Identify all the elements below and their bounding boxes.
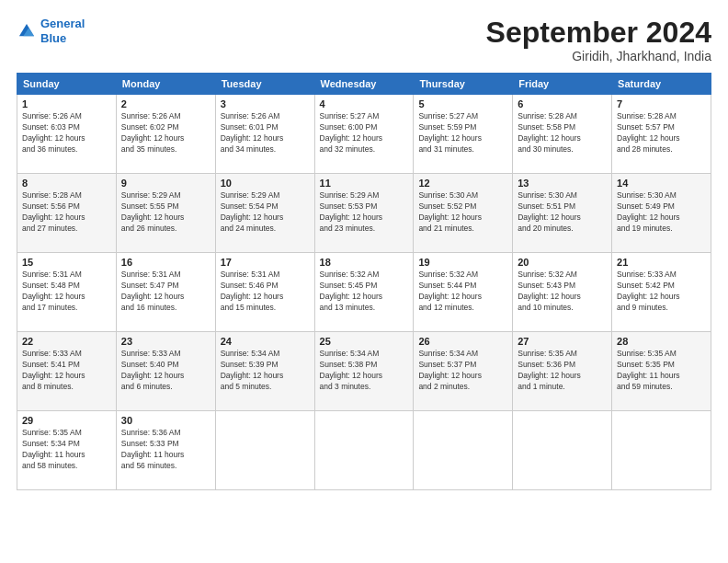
logo-line1: General [40,17,85,30]
calendar-cell: 13Sunrise: 5:30 AM Sunset: 5:51 PM Dayli… [513,174,612,253]
calendar-cell: 18Sunrise: 5:32 AM Sunset: 5:45 PM Dayli… [314,253,414,332]
calendar-cell: 20Sunrise: 5:32 AM Sunset: 5:43 PM Dayli… [513,253,612,332]
day-number: 6 [518,98,607,109]
header-monday: Monday [116,74,215,95]
calendar-cell: 17Sunrise: 5:31 AM Sunset: 5:46 PM Dayli… [215,253,314,332]
location: Giridih, Jharkhand, India [486,49,711,63]
day-number: 12 [418,178,507,189]
calendar-cell: 28Sunrise: 5:35 AM Sunset: 5:35 PM Dayli… [612,332,711,411]
day-number: 10 [221,178,310,189]
day-number: 18 [320,257,409,268]
calendar-cell: 23Sunrise: 5:33 AM Sunset: 5:40 PM Dayli… [116,332,215,411]
calendar-cell: 27Sunrise: 5:35 AM Sunset: 5:36 PM Dayli… [513,332,612,411]
day-number: 3 [221,98,310,109]
day-number: 28 [617,336,706,347]
calendar-cell: 16Sunrise: 5:31 AM Sunset: 5:47 PM Dayli… [116,253,215,332]
calendar-week-4: 22Sunrise: 5:33 AM Sunset: 5:41 PM Dayli… [17,332,711,411]
header-wednesday: Wednesday [314,74,414,95]
day-info: Sunrise: 5:33 AM Sunset: 5:42 PM Dayligh… [617,270,706,314]
day-number: 9 [121,178,210,189]
day-number: 15 [22,257,111,268]
header-sunday: Sunday [17,74,117,95]
day-number: 22 [22,336,111,347]
day-info: Sunrise: 5:27 AM Sunset: 6:00 PM Dayligh… [320,111,409,155]
calendar-cell [414,411,513,490]
calendar-cell: 3Sunrise: 5:26 AM Sunset: 6:01 PM Daylig… [215,95,314,174]
day-info: Sunrise: 5:29 AM Sunset: 5:55 PM Dayligh… [121,190,210,235]
day-number: 29 [22,415,111,426]
logo-text: General Blue [40,17,85,45]
header-thursday: Thursday [414,74,513,95]
calendar-week-1: 1Sunrise: 5:26 AM Sunset: 6:03 PM Daylig… [17,95,711,174]
day-info: Sunrise: 5:26 AM Sunset: 6:03 PM Dayligh… [22,111,111,155]
page: General Blue September 2024 Giridih, Jha… [0,0,728,563]
calendar-cell: 21Sunrise: 5:33 AM Sunset: 5:42 PM Dayli… [612,253,711,332]
logo-icon [17,21,37,41]
calendar-header-row: Sunday Monday Tuesday Wednesday Thursday… [17,74,711,95]
day-number: 26 [418,336,507,347]
day-info: Sunrise: 5:27 AM Sunset: 5:59 PM Dayligh… [418,111,507,155]
day-number: 17 [221,257,310,268]
calendar-cell: 12Sunrise: 5:30 AM Sunset: 5:52 PM Dayli… [414,174,513,253]
day-info: Sunrise: 5:26 AM Sunset: 6:02 PM Dayligh… [121,111,210,155]
day-number: 7 [617,98,706,109]
header-friday: Friday [513,74,612,95]
calendar-cell: 15Sunrise: 5:31 AM Sunset: 5:48 PM Dayli… [17,253,117,332]
day-number: 21 [617,257,706,268]
day-number: 23 [121,336,210,347]
calendar-cell: 30Sunrise: 5:36 AM Sunset: 5:33 PM Dayli… [116,411,215,490]
day-info: Sunrise: 5:31 AM Sunset: 5:47 PM Dayligh… [121,270,210,314]
day-info: Sunrise: 5:36 AM Sunset: 5:33 PM Dayligh… [121,428,210,472]
day-info: Sunrise: 5:28 AM Sunset: 5:56 PM Dayligh… [22,190,111,235]
month-title: September 2024 [486,17,711,49]
header: General Blue September 2024 Giridih, Jha… [17,17,711,63]
calendar-cell: 26Sunrise: 5:34 AM Sunset: 5:37 PM Dayli… [414,332,513,411]
day-info: Sunrise: 5:29 AM Sunset: 5:54 PM Dayligh… [221,190,310,235]
logo: General Blue [17,17,85,45]
day-info: Sunrise: 5:30 AM Sunset: 5:49 PM Dayligh… [617,190,706,235]
calendar-week-5: 29Sunrise: 5:35 AM Sunset: 5:34 PM Dayli… [17,411,711,490]
day-number: 27 [518,336,607,347]
calendar-cell [215,411,314,490]
day-info: Sunrise: 5:29 AM Sunset: 5:53 PM Dayligh… [320,190,409,235]
day-number: 24 [221,336,310,347]
calendar-cell: 19Sunrise: 5:32 AM Sunset: 5:44 PM Dayli… [414,253,513,332]
day-info: Sunrise: 5:34 AM Sunset: 5:37 PM Dayligh… [418,349,507,393]
calendar-cell: 7Sunrise: 5:28 AM Sunset: 5:57 PM Daylig… [612,95,711,174]
calendar-cell: 22Sunrise: 5:33 AM Sunset: 5:41 PM Dayli… [17,332,117,411]
calendar-week-3: 15Sunrise: 5:31 AM Sunset: 5:48 PM Dayli… [17,253,711,332]
day-info: Sunrise: 5:35 AM Sunset: 5:34 PM Dayligh… [22,428,111,472]
day-number: 30 [121,415,210,426]
day-number: 25 [320,336,409,347]
day-info: Sunrise: 5:30 AM Sunset: 5:51 PM Dayligh… [518,190,607,235]
calendar-cell: 24Sunrise: 5:34 AM Sunset: 5:39 PM Dayli… [215,332,314,411]
day-info: Sunrise: 5:32 AM Sunset: 5:44 PM Dayligh… [418,270,507,314]
calendar-cell [314,411,414,490]
calendar-cell: 25Sunrise: 5:34 AM Sunset: 5:38 PM Dayli… [314,332,414,411]
day-number: 5 [418,98,507,109]
day-number: 14 [617,178,706,189]
day-info: Sunrise: 5:28 AM Sunset: 5:57 PM Dayligh… [617,111,706,155]
header-saturday: Saturday [612,74,711,95]
title-area: September 2024 Giridih, Jharkhand, India [486,17,711,63]
day-number: 16 [121,257,210,268]
day-info: Sunrise: 5:32 AM Sunset: 5:43 PM Dayligh… [518,270,607,314]
day-info: Sunrise: 5:35 AM Sunset: 5:35 PM Dayligh… [617,349,706,393]
day-number: 19 [418,257,507,268]
day-number: 20 [518,257,607,268]
calendar-cell [612,411,711,490]
calendar-table: Sunday Monday Tuesday Wednesday Thursday… [17,73,711,490]
calendar-cell: 1Sunrise: 5:26 AM Sunset: 6:03 PM Daylig… [17,95,117,174]
day-number: 4 [320,98,409,109]
day-info: Sunrise: 5:35 AM Sunset: 5:36 PM Dayligh… [518,349,607,393]
day-info: Sunrise: 5:31 AM Sunset: 5:48 PM Dayligh… [22,270,111,314]
day-number: 2 [121,98,210,109]
day-number: 11 [320,178,409,189]
day-info: Sunrise: 5:32 AM Sunset: 5:45 PM Dayligh… [320,270,409,314]
day-info: Sunrise: 5:33 AM Sunset: 5:41 PM Dayligh… [22,349,111,393]
day-info: Sunrise: 5:30 AM Sunset: 5:52 PM Dayligh… [418,190,507,235]
calendar-cell: 5Sunrise: 5:27 AM Sunset: 5:59 PM Daylig… [414,95,513,174]
calendar-cell: 29Sunrise: 5:35 AM Sunset: 5:34 PM Dayli… [17,411,117,490]
day-number: 13 [518,178,607,189]
logo-line2: Blue [40,31,66,45]
